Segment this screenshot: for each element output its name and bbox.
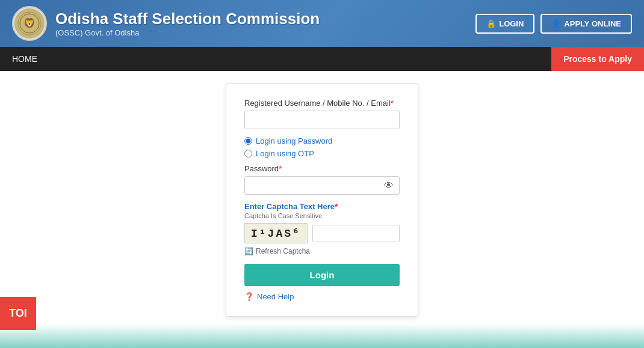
navbar: HOME Process to Apply: [0, 47, 644, 71]
captcha-input[interactable]: [312, 225, 400, 242]
login-card: Registered Username / Mobile No. / Email…: [226, 83, 418, 317]
username-group: Registered Username / Mobile No. / Email…: [244, 99, 400, 129]
radio-password[interactable]: [244, 137, 252, 145]
radio-otp-label: Login using OTP: [256, 149, 314, 158]
required-star: *: [391, 99, 394, 108]
login-button[interactable]: 🔒 LOGIN: [475, 14, 534, 34]
password-input[interactable]: [244, 176, 400, 195]
login-label: LOGIN: [499, 19, 524, 28]
radio-password-label: Login using Password: [256, 136, 332, 145]
nav-home[interactable]: HOME: [0, 47, 49, 71]
process-to-apply-button[interactable]: Process to Apply: [551, 47, 644, 71]
captcha-group: Enter Captcha Text Here* Captcha Is Case…: [244, 202, 400, 255]
lock-icon: 🔒: [486, 19, 496, 28]
refresh-captcha-button[interactable]: 🔄 Refresh Captcha: [244, 247, 400, 255]
site-title: Odisha Staff Selection Commission: [55, 10, 320, 28]
site-title-group: Odisha Staff Selection Commission (OSSC)…: [55, 10, 320, 37]
captcha-required-star: *: [335, 202, 338, 211]
main-content: Registered Username / Mobile No. / Email…: [0, 71, 644, 348]
svg-text:🦁: 🦁: [23, 17, 36, 29]
password-label: Password*: [244, 164, 400, 173]
header-left: 🦁 Odisha Staff Selection Commission (OSS…: [12, 6, 320, 41]
captcha-row: I¹JAS⁶: [244, 223, 400, 243]
logo: 🦁: [12, 6, 47, 41]
question-icon: ❓: [244, 292, 254, 301]
login-button-label: Login: [310, 270, 335, 280]
apply-label: APPLY ONLINE: [564, 19, 621, 28]
password-required-star: *: [279, 164, 282, 173]
home-label: HOME: [12, 54, 37, 64]
toi-label: TOI: [9, 307, 27, 320]
radio-group: Login using Password Login using OTP: [244, 136, 400, 158]
need-help-label: Need Help: [257, 292, 294, 301]
password-wrapper: 👁: [244, 176, 400, 195]
header-buttons: 🔒 LOGIN 👤 APPLY ONLINE: [475, 14, 632, 34]
radio-otp[interactable]: [244, 150, 252, 157]
password-group: Password* 👁: [244, 164, 400, 195]
captcha-image: I¹JAS⁶: [244, 223, 308, 243]
radio-otp-item[interactable]: Login using OTP: [244, 149, 400, 158]
login-submit-button[interactable]: Login: [244, 264, 400, 286]
process-label: Process to Apply: [563, 54, 632, 64]
apply-online-button[interactable]: 👤 APPLY ONLINE: [540, 14, 632, 34]
person-icon: 👤: [551, 19, 561, 28]
radio-password-item[interactable]: Login using Password: [244, 136, 400, 145]
refresh-label: Refresh Captcha: [256, 247, 310, 255]
site-header: 🦁 Odisha Staff Selection Commission (OSS…: [0, 0, 644, 47]
logo-icon: 🦁: [14, 8, 45, 38]
username-input[interactable]: [244, 111, 400, 129]
refresh-icon: 🔄: [244, 247, 253, 255]
toi-badge[interactable]: TOI: [0, 297, 36, 330]
site-subtitle: (OSSC) Govt. of Odisha: [55, 28, 320, 37]
eye-icon[interactable]: 👁: [384, 180, 394, 191]
captcha-label: Enter Captcha Text Here*: [244, 202, 400, 211]
captcha-subtitle: Captcha Is Case Sensitive: [244, 212, 400, 219]
need-help-link[interactable]: ❓ Need Help: [244, 292, 400, 301]
username-label: Registered Username / Mobile No. / Email…: [244, 99, 400, 108]
